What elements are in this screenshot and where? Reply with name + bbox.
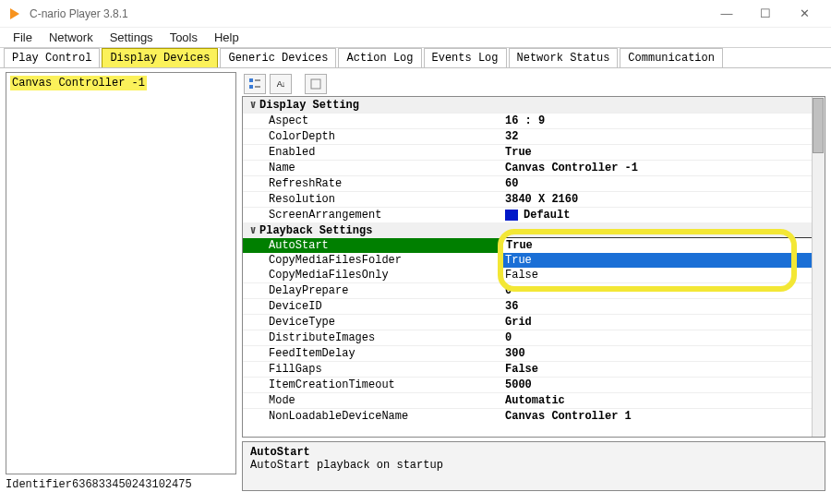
prop-name-screenarrangement[interactable]: ScreenArrangement bbox=[243, 207, 501, 222]
prop-value-fillgaps[interactable]: False bbox=[501, 361, 825, 377]
prop-name-refreshrate[interactable]: RefreshRate bbox=[243, 175, 501, 191]
window-title: C-nario Player 3.8.1 bbox=[30, 7, 128, 20]
prop-value-distributeimages[interactable]: 0 bbox=[501, 330, 825, 345]
prop-name-itemcreationtimeout[interactable]: ItemCreationTimeout bbox=[243, 377, 501, 392]
prop-value-colordepth[interactable]: 32 bbox=[501, 128, 825, 144]
categorize-button[interactable] bbox=[244, 74, 266, 94]
prop-value-refreshrate[interactable]: 60 bbox=[501, 175, 825, 191]
menu-help[interactable]: Help bbox=[207, 29, 247, 46]
prop-value-mode[interactable]: Automatic bbox=[501, 392, 825, 408]
scroll-thumb[interactable] bbox=[813, 98, 824, 153]
description-title: AutoStart bbox=[250, 446, 817, 459]
menu-settings[interactable]: Settings bbox=[102, 29, 161, 46]
prop-value-deviceid[interactable]: 36 bbox=[501, 298, 825, 314]
minimize-button[interactable]: — bbox=[707, 1, 746, 27]
color-swatch-icon bbox=[505, 210, 518, 221]
prop-value-delayprepare[interactable]: 0 bbox=[501, 282, 825, 298]
section-label: Display Setting bbox=[259, 99, 359, 112]
section-playback-settings[interactable]: ∨ Playback Settings bbox=[243, 222, 825, 238]
tab-action-log[interactable]: Action Log bbox=[338, 48, 421, 67]
section-display-setting[interactable]: ∨ Display Setting bbox=[243, 97, 825, 113]
prop-name-autostart[interactable]: AutoStart bbox=[243, 238, 501, 253]
prop-name-devicetype[interactable]: DeviceType bbox=[243, 314, 501, 330]
prop-name-deviceid[interactable]: DeviceID bbox=[243, 298, 501, 314]
property-page-button[interactable] bbox=[305, 74, 327, 94]
main-area: Canvas Controller -1 Identifier636833450… bbox=[0, 68, 831, 497]
menu-tools[interactable]: Tools bbox=[163, 29, 205, 46]
property-grid[interactable]: ∨ Display Setting Aspect16 : 9 ColorDept… bbox=[242, 96, 825, 438]
prop-value-aspect[interactable]: 16 : 9 bbox=[501, 113, 825, 128]
prop-name-copymediafilesonly[interactable]: CopyMediaFilesOnly bbox=[243, 268, 501, 282]
dropdown-option-true[interactable]: CopyMediaFilesFolder True bbox=[243, 253, 825, 268]
svg-rect-1 bbox=[249, 85, 253, 89]
app-logo-icon bbox=[7, 6, 22, 21]
section-label: Playback Settings bbox=[259, 224, 372, 237]
svg-rect-4 bbox=[311, 79, 320, 89]
tab-play-control[interactable]: Play Control bbox=[4, 48, 100, 67]
prop-name-nonloadabledevicename[interactable]: NonLoadableDeviceName bbox=[243, 408, 501, 424]
tab-generic-devices[interactable]: Generic Devices bbox=[220, 48, 336, 67]
grid-scrollbar[interactable] bbox=[812, 97, 825, 437]
prop-name-colordepth[interactable]: ColorDepth bbox=[243, 128, 501, 144]
prop-name-mode[interactable]: Mode bbox=[243, 392, 501, 408]
prop-value-nonloadabledevicename[interactable]: Canvas Controller 1 bbox=[501, 408, 825, 424]
prop-name-fillgaps[interactable]: FillGaps bbox=[243, 361, 501, 377]
prop-value-devicetype[interactable]: Grid bbox=[501, 314, 825, 330]
property-toolbar: A↓ bbox=[242, 72, 825, 96]
prop-name-resolution[interactable]: Resolution bbox=[243, 191, 501, 207]
tab-display-devices[interactable]: Display Devices bbox=[102, 48, 218, 67]
prop-name-delayprepare[interactable]: DelayPrepare bbox=[243, 282, 501, 298]
menubar: File Network Settings Tools Help bbox=[0, 28, 831, 48]
prop-name-feeditemdelay[interactable]: FeedItemDelay bbox=[243, 345, 501, 361]
property-description: AutoStart AutoStart playback on startup bbox=[242, 441, 825, 491]
svg-rect-0 bbox=[249, 78, 253, 82]
prop-value-enabled[interactable]: True bbox=[501, 144, 825, 160]
sort-az-button[interactable]: A↓ bbox=[270, 74, 292, 94]
prop-value-itemcreationtimeout[interactable]: 5000 bbox=[501, 377, 825, 392]
prop-value-resolution[interactable]: 3840 X 2160 bbox=[501, 191, 825, 207]
titlebar: C-nario Player 3.8.1 — ☐ ✕ bbox=[0, 0, 831, 28]
close-button[interactable]: ✕ bbox=[785, 1, 824, 27]
collapse-icon[interactable]: ∨ bbox=[247, 223, 259, 237]
device-tree[interactable]: Canvas Controller -1 bbox=[6, 72, 236, 474]
prop-value-name[interactable]: Canvas Controller -1 bbox=[501, 160, 825, 175]
prop-row-autostart[interactable]: AutoStart True ▾ bbox=[243, 238, 825, 253]
menu-file[interactable]: File bbox=[6, 29, 40, 46]
tab-network-status[interactable]: Network Status bbox=[509, 48, 619, 67]
tab-bar: Play Control Display Devices Generic Dev… bbox=[0, 48, 831, 68]
prop-name-name[interactable]: Name bbox=[243, 160, 501, 175]
tab-events-log[interactable]: Events Log bbox=[424, 48, 507, 67]
tree-item-canvas-controller[interactable]: Canvas Controller -1 bbox=[10, 76, 147, 90]
prop-name-copymediafilesfolder[interactable]: CopyMediaFilesFolder bbox=[243, 253, 501, 268]
menu-network[interactable]: Network bbox=[42, 29, 101, 46]
prop-name-enabled[interactable]: Enabled bbox=[243, 144, 501, 160]
dropdown-option-false[interactable]: CopyMediaFilesOnly False bbox=[243, 268, 825, 282]
collapse-icon[interactable]: ∨ bbox=[247, 98, 259, 112]
prop-name-aspect[interactable]: Aspect bbox=[243, 113, 501, 128]
tab-communication[interactable]: Communication bbox=[620, 48, 723, 67]
description-text: AutoStart playback on startup bbox=[250, 459, 817, 472]
maximize-button[interactable]: ☐ bbox=[746, 1, 785, 27]
prop-value-autostart[interactable]: True ▾ bbox=[501, 237, 825, 254]
prop-name-distributeimages[interactable]: DistributeImages bbox=[243, 330, 501, 345]
prop-value-feeditemdelay[interactable]: 300 bbox=[501, 345, 825, 361]
identifier-label: Identifier636833450243102475 bbox=[6, 478, 236, 491]
prop-value-screenarrangement[interactable]: Default bbox=[501, 207, 825, 222]
